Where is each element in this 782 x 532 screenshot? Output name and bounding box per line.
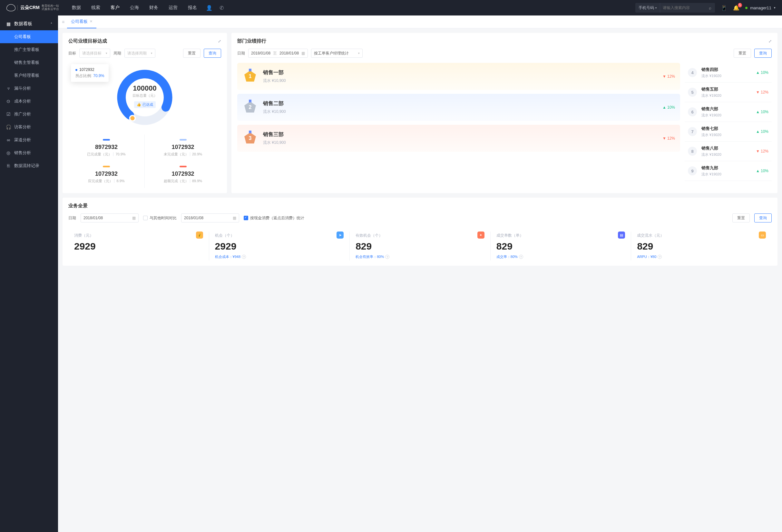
trend-indicator: ▼ 12% xyxy=(756,149,769,153)
calendar-icon: ▦ xyxy=(233,216,236,220)
chevron-up-icon: ˄ xyxy=(50,22,52,26)
close-icon[interactable]: ✕ xyxy=(90,19,93,24)
bell-icon[interactable]: 🔔5 xyxy=(733,5,740,11)
trend-indicator: ▼12% xyxy=(663,74,675,79)
donut-chart: 1072932 所占比例:70.9% 100000 目标总量（元） 👍已达成 xyxy=(68,67,221,128)
topnav-item[interactable]: 客户 xyxy=(111,5,119,11)
rank-number: 5 xyxy=(688,88,697,97)
sidebar-item-icon: 🎧 xyxy=(6,125,11,130)
sidebar-sub-item[interactable]: 推广主管看板 xyxy=(0,43,58,56)
sidebar-item[interactable]: ⊙成本分析 xyxy=(0,95,58,108)
donut-center: 100000 目标总量（元） 👍已达成 xyxy=(133,84,157,108)
target-filters: 目标 请选择目标▾ 周期 请选择周期▾ 重置 查询 xyxy=(68,49,221,58)
arrow-up-icon: ▲ xyxy=(756,129,760,134)
sidebar-item-icon: ⎘ xyxy=(6,163,11,168)
date-range-picker[interactable]: 2018/01/08 至 2018/01/08 ▦ xyxy=(248,49,308,58)
sidebar-sub-item[interactable]: 客户经理看板 xyxy=(0,69,58,82)
topnav-item[interactable]: 数据 xyxy=(72,5,81,11)
date-input-1[interactable]: 2018/01/08▦ xyxy=(80,213,139,222)
metric-item: 1072932超额完成（元）89.9% xyxy=(145,161,221,188)
trend-indicator: ▲10% xyxy=(663,105,675,110)
sidebar-sub-item[interactable]: 销售主管看板 xyxy=(0,56,58,69)
expand-icon[interactable]: ⤢ xyxy=(218,39,221,43)
trend-indicator: ▲ 10% xyxy=(756,129,769,134)
arrow-down-icon: ▼ xyxy=(756,149,760,153)
help-icon[interactable]: ? xyxy=(385,255,389,259)
help-icon[interactable]: ? xyxy=(657,255,662,259)
stat-item: 有效机会（个）✦829机会有效率：80% ? xyxy=(350,232,491,260)
svg-point-2 xyxy=(130,115,135,121)
reset-button[interactable]: 重置 xyxy=(734,49,751,58)
search-type-select[interactable]: 手机号码 ▾ xyxy=(635,3,660,12)
chart-tooltip: 1072932 所占比例:70.9% xyxy=(71,64,109,82)
checkbox-compare[interactable]: 与其他时间对比 xyxy=(143,215,177,221)
sidebar-item[interactable]: ▿漏斗分析 xyxy=(0,82,58,95)
mobile-icon[interactable]: 📱 xyxy=(721,5,727,11)
menu-collapse-icon[interactable]: ≡ xyxy=(62,19,65,25)
expand-icon[interactable]: ⤢ xyxy=(769,39,772,43)
metric-item: 1072932应完成量（元）8.9% xyxy=(68,161,145,188)
sidebar-items: ▿漏斗分析⊙成本分析☑推广分析🎧访客分析∞渠道分析◎销售分析⎘数据流转记录 xyxy=(0,82,58,172)
select-target[interactable]: 请选择目标▾ xyxy=(79,49,110,58)
select-stat-mode[interactable]: 按工单客户经理统计▾ xyxy=(311,49,363,58)
help-icon[interactable]: ? xyxy=(519,255,523,259)
topnav-item[interactable]: 线索 xyxy=(91,5,100,11)
sidebar-item[interactable]: 🎧访客分析 xyxy=(0,120,58,134)
arrow-down-icon: ▼ xyxy=(756,90,760,95)
sidebar-item-icon: ▿ xyxy=(6,86,11,91)
sidebar-item[interactable]: ∞渠道分析 xyxy=(0,134,58,146)
checkbox-icon xyxy=(143,216,148,220)
chevron-down-icon: ▾ xyxy=(151,51,152,55)
stat-icon: ✦ xyxy=(477,232,485,239)
trend-indicator: ▲ 10% xyxy=(756,110,769,114)
topnav-item[interactable]: 财务 xyxy=(149,5,158,11)
topnav-item[interactable]: 公海 xyxy=(130,5,139,11)
status-dot-icon xyxy=(745,7,747,9)
rank-top-card: 1销售一部流水 ¥10,900▼12% xyxy=(237,63,680,90)
date-input-2[interactable]: 2018/01/08▦ xyxy=(181,213,239,222)
rank-top-card: 3销售三部流水 ¥10,900▼12% xyxy=(237,125,680,152)
query-button[interactable]: 查询 xyxy=(754,213,772,222)
arrow-up-icon: ▲ xyxy=(756,169,760,173)
top-nav: 数据线索客户公海财务运营报名 xyxy=(72,5,197,11)
trend-indicator: ▼ 12% xyxy=(756,90,769,95)
card-target-achievement: 公司业绩目标达成 ⤢ 目标 请选择目标▾ 周期 请选择周期▾ 重置 查询 107… xyxy=(63,33,227,193)
medal-icon: 1 xyxy=(242,69,258,84)
sidebar-sub-item[interactable]: 公司看板 xyxy=(0,30,58,43)
reset-button[interactable]: 重置 xyxy=(732,213,750,222)
topbar: 云朵CRM 教育机构一站 式服务云平台 数据线索客户公海财务运营报名 👤 ✆ 手… xyxy=(0,0,782,15)
topnav-item[interactable]: 运营 xyxy=(169,5,178,11)
search-icon[interactable]: ⌕ xyxy=(705,5,715,10)
reset-button[interactable]: 重置 xyxy=(183,49,201,58)
query-button[interactable]: 查询 xyxy=(754,49,772,58)
sidebar-item[interactable]: ☑推广分析 xyxy=(0,108,58,120)
chevron-down-icon: ▾ xyxy=(358,51,360,55)
panorama-filters: 日期 2018/01/08▦ 与其他时间对比 2018/01/08▦ 按现金消费… xyxy=(68,213,772,222)
main-area: ≡ 公司看板 ✕ 公司业绩目标达成 ⤢ 目标 请选择目标▾ 周期 请选择周期▾ xyxy=(58,15,782,532)
user-menu[interactable]: manager11 ▾ xyxy=(745,5,776,10)
stat-icon: ➤ xyxy=(336,232,344,239)
status-tag: 👍已达成 xyxy=(134,101,156,108)
stat-icon: 💰 xyxy=(196,232,203,239)
phone-icon[interactable]: ✆ xyxy=(219,5,224,11)
sidebar-group-dashboard[interactable]: ▦ 数据看板 ˄ xyxy=(0,17,58,30)
checkbox-cash[interactable]: 按现金消费（返点后消费）统计 xyxy=(244,215,304,221)
chevron-down-icon: ▾ xyxy=(106,51,107,55)
sidebar-item[interactable]: ◎销售分析 xyxy=(0,146,58,159)
search-input[interactable] xyxy=(660,5,705,10)
user-icon[interactable]: 👤 xyxy=(206,5,212,11)
calendar-icon: ▦ xyxy=(301,51,305,56)
sidebar-item-icon: ◎ xyxy=(6,150,11,155)
stat-icon: ▤ xyxy=(618,232,625,239)
topnav-item[interactable]: 报名 xyxy=(188,5,197,11)
search-box: 手机号码 ▾ ⌕ xyxy=(635,3,715,12)
rank-row: 7销售七部流水 ¥19020▲ 10% xyxy=(685,122,772,142)
rank-rest: 4销售四部流水 ¥19020▲ 10%5销售五部流水 ¥19020▼ 12%6销… xyxy=(685,63,772,181)
arrow-up-icon: ▲ xyxy=(756,110,760,114)
stat-item: 成交单数（单）▤829成交率：80% ? xyxy=(491,232,632,260)
help-icon[interactable]: ? xyxy=(242,255,246,259)
tab-company-board[interactable]: 公司看板 ✕ xyxy=(67,15,96,28)
sidebar-item[interactable]: ⎘数据流转记录 xyxy=(0,159,58,172)
select-period[interactable]: 请选择周期▾ xyxy=(125,49,155,58)
query-button[interactable]: 查询 xyxy=(204,49,221,58)
